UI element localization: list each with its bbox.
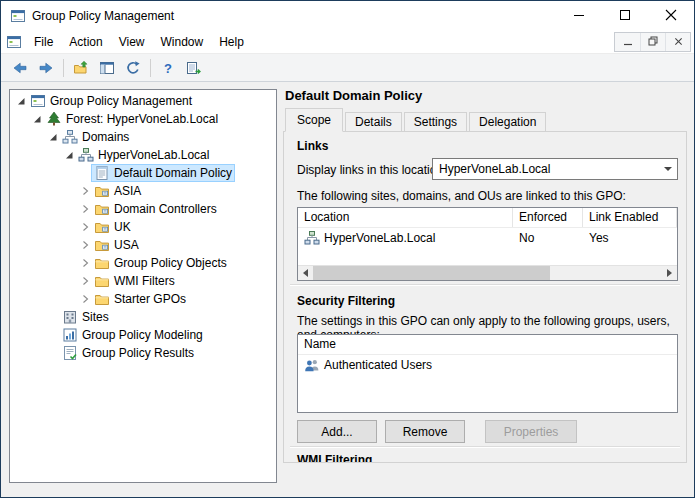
links-description: The following sites, domains, and OUs ar… (297, 189, 626, 203)
chevron-expanded-icon[interactable] (14, 95, 27, 107)
toolbar-forward-button[interactable] (34, 56, 58, 80)
tree-item-domains[interactable]: Domains (10, 128, 276, 146)
title-bar[interactable]: Group Policy Management (1, 1, 694, 31)
tree-item-label: ASIA (114, 182, 141, 200)
tree-item-group-policy-results[interactable]: Group Policy Results (10, 344, 276, 362)
tree-item-label: HyperVoneLab.Local (98, 146, 209, 164)
toolbar: ? (1, 53, 694, 82)
scroll-left-button[interactable] (298, 266, 313, 280)
security-table-header: Name (298, 335, 677, 355)
toolbar-help-button[interactable]: ? (156, 56, 180, 80)
minimize-button[interactable] (556, 1, 602, 31)
tree-item-domain-controllers[interactable]: Domain Controllers (10, 200, 276, 218)
domains-icon (62, 129, 78, 145)
close-button[interactable] (648, 1, 694, 31)
toolbar-up-one-level-button[interactable] (69, 56, 93, 80)
toolbar-export-list-button[interactable] (182, 56, 206, 80)
tree-item-hypervonelab-local[interactable]: HyperVoneLab.Local (10, 146, 276, 164)
tree-item-asia[interactable]: ASIA (10, 182, 276, 200)
chevron-collapsed-icon[interactable] (78, 221, 91, 233)
menu-help[interactable]: Help (211, 31, 252, 53)
chevron-collapsed-icon[interactable] (78, 185, 91, 197)
column-header-name[interactable]: Name (298, 335, 677, 354)
links-table-body: HyperVoneLab.LocalNoYes (298, 228, 677, 248)
forward-icon (38, 60, 54, 76)
tree-item-wmi-filters[interactable]: WMI Filters (10, 272, 276, 290)
chevron-expanded-icon[interactable] (30, 113, 43, 125)
toolbar-separator (63, 59, 64, 77)
horizontal-scrollbar[interactable] (298, 265, 677, 280)
scrollbar-track[interactable] (313, 266, 662, 280)
chevron-spacer (78, 167, 91, 179)
tree-item-label: USA (114, 236, 139, 254)
toolbar-refresh-button[interactable] (121, 56, 145, 80)
security-table-row[interactable]: Authenticated Users (298, 355, 677, 375)
chevron-down-icon[interactable] (659, 159, 677, 179)
tree-item-body: Starter GPOs (91, 290, 189, 308)
column-header-link-enabled[interactable]: Link Enabled (583, 208, 677, 227)
name-cell: Authenticated Users (298, 357, 438, 373)
chevron-collapsed-icon[interactable] (78, 293, 91, 305)
links-table-header: LocationEnforcedLink Enabled (298, 208, 677, 228)
links-table-row[interactable]: HyperVoneLab.LocalNoYes (298, 228, 677, 248)
toolbar-separator (150, 59, 151, 77)
remove-button[interactable]: Remove (385, 420, 465, 443)
tree-item-label: Group Policy Results (82, 344, 194, 362)
scrollbar-thumb[interactable] (313, 266, 550, 280)
tree-item-label: WMI Filters (114, 272, 175, 290)
tab-settings[interactable]: Settings (404, 112, 467, 131)
tree-item-label: Default Domain Policy (114, 164, 232, 182)
tab-delegation[interactable]: Delegation (469, 112, 546, 131)
tree-item-label: Group Policy Modeling (82, 326, 203, 344)
link-enabled-cell: Yes (583, 231, 677, 245)
menu-bar: FileActionViewWindowHelp (1, 31, 694, 53)
mdi-window-controls (614, 32, 691, 52)
column-header-enforced[interactable]: Enforced (513, 208, 583, 227)
tree-item-label: UK (114, 218, 131, 236)
folder-icon (94, 255, 110, 271)
tree-item-group-policy-objects[interactable]: Group Policy Objects (10, 254, 276, 272)
chevron-expanded-icon[interactable] (46, 131, 59, 143)
menu-view[interactable]: View (111, 31, 153, 53)
chevron-collapsed-icon[interactable] (78, 275, 91, 287)
add-button[interactable]: Add... (297, 420, 377, 443)
tree-item-uk[interactable]: UK (10, 218, 276, 236)
tree-item-group-policy-modeling[interactable]: Group Policy Modeling (10, 326, 276, 344)
sites-icon (62, 309, 78, 325)
tree-item-forest-hypervonelab-local[interactable]: Forest: HyperVoneLab.Local (10, 110, 276, 128)
menu-action[interactable]: Action (61, 31, 110, 53)
toolbar-show-console-tree-button[interactable] (95, 56, 119, 80)
chevron-collapsed-icon[interactable] (78, 257, 91, 269)
mdi-close-button[interactable] (665, 33, 690, 51)
tree-item-default-domain-policy[interactable]: Default Domain Policy (10, 164, 276, 182)
toolbar-back-button[interactable] (8, 56, 32, 80)
menu-items: FileActionViewWindowHelp (26, 31, 252, 53)
tab-scope[interactable]: Scope (285, 108, 343, 132)
tree-item-usa[interactable]: USA (10, 236, 276, 254)
tree-item-body: Group Policy Results (59, 344, 197, 362)
back-icon (12, 60, 28, 76)
forest-icon (46, 111, 62, 127)
name-text: Authenticated Users (324, 358, 432, 372)
location-combobox[interactable]: HyperVoneLab.Local (432, 158, 678, 180)
tree-item-group-policy-management[interactable]: Group Policy Management (10, 92, 276, 110)
chevron-collapsed-icon[interactable] (78, 203, 91, 215)
tree-item-starter-gpos[interactable]: Starter GPOs (10, 290, 276, 308)
details-pane: Default Domain Policy ScopeDetailsSettin… (283, 87, 687, 487)
ou-icon (94, 201, 110, 217)
mdi-minimize-button[interactable] (615, 33, 640, 51)
maximize-icon (620, 9, 630, 23)
chevron-collapsed-icon[interactable] (78, 239, 91, 251)
tree-item-sites[interactable]: Sites (10, 308, 276, 326)
menu-window[interactable]: Window (153, 31, 212, 53)
tab-details[interactable]: Details (345, 112, 402, 131)
tree-item-label: Sites (82, 308, 109, 326)
scroll-right-button[interactable] (662, 266, 677, 280)
tree-item-body: Group Policy Modeling (59, 326, 206, 344)
chevron-expanded-icon[interactable] (62, 149, 75, 161)
mdi-restore-button[interactable] (640, 33, 665, 51)
maximize-button[interactable] (602, 1, 648, 31)
column-header-location[interactable]: Location (298, 208, 513, 227)
tab-strip: ScopeDetailsSettingsDelegation (285, 108, 548, 131)
menu-file[interactable]: File (26, 31, 61, 53)
